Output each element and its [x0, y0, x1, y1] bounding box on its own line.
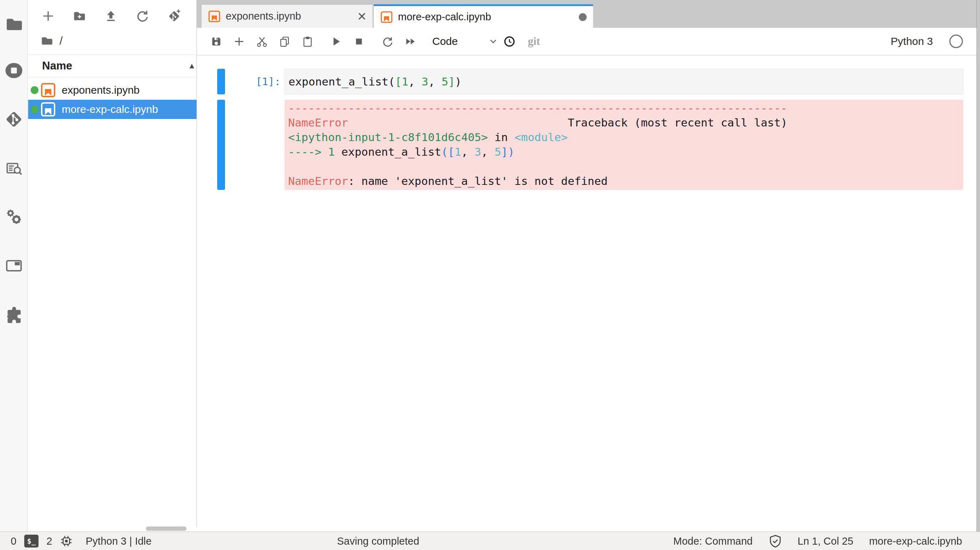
copy-icon	[279, 36, 291, 48]
interrupt-kernel-button[interactable]	[352, 35, 365, 48]
status-message: Saving completed	[337, 532, 419, 550]
notebook-file-icon	[208, 10, 221, 23]
git-plus-icon	[166, 8, 181, 24]
file-name[interactable]: more-exp-calc.ipynb	[62, 103, 158, 116]
sidebar-item-open-tabs[interactable]	[4, 256, 24, 276]
status-right-group: Mode: Command Ln 1, Col 25 more-exp-calc…	[673, 532, 962, 550]
paste-cells-button[interactable]	[301, 35, 314, 48]
tab-exponents[interactable]: exponents.ipynb ×	[201, 4, 373, 28]
file-row-exponents[interactable]: exponents.ipynb	[28, 81, 197, 100]
cut-cells-button[interactable]	[255, 35, 268, 48]
sidebar-item-file-browser[interactable]	[4, 14, 24, 34]
jupyterlab-window: / Name ▲ exponents.ipynb more-exp-calc.i…	[0, 0, 980, 550]
breadcrumb[interactable]: /	[28, 33, 63, 49]
new-folder-button[interactable]	[72, 8, 88, 24]
horizontal-scrollbar-thumb[interactable]	[146, 526, 186, 531]
cell-type-dropdown[interactable]: Code	[432, 35, 498, 48]
new-folder-icon	[72, 8, 87, 24]
cursor-position-text[interactable]: Ln 1, Col 25	[798, 536, 853, 547]
file-browser-toolbar	[28, 0, 197, 32]
notebook-content: [1]: exponent_a_list([1, 3, 5]) --------…	[197, 55, 977, 527]
status-bar: 0 $_ 2 Python 3 | Idle Saving completed …	[0, 531, 980, 550]
kernel-status-icon[interactable]	[949, 35, 963, 48]
play-icon	[330, 36, 342, 48]
terminals-count[interactable]: 0	[11, 536, 16, 547]
plus-icon	[233, 36, 245, 48]
saving-status-text: Saving completed	[337, 536, 419, 547]
git-toolbar-label[interactable]: git	[528, 35, 540, 48]
activity-bar	[0, 0, 28, 531]
tab-bar: exponents.ipynb × more-exp-calc.ipynb	[197, 0, 977, 28]
window-icon	[5, 257, 23, 275]
refresh-file-list-button[interactable]	[134, 8, 150, 24]
code-cell-editor[interactable]: exponent_a_list([1, 3, 5])	[285, 69, 963, 94]
window-scrollbar-track[interactable]	[977, 0, 980, 531]
traceback-line: NameError: name 'exponent_a_list' is not…	[288, 174, 963, 189]
notebook-mode-text[interactable]: Mode: Command	[673, 536, 752, 547]
active-filename-text[interactable]: more-exp-calc.ipynb	[869, 536, 962, 547]
traceback-line	[288, 159, 963, 174]
sort-ascending-icon: ▲	[188, 61, 196, 71]
output-collapser[interactable]	[217, 100, 225, 190]
notebook-toolbar: Code git Python 3	[197, 28, 977, 55]
execution-count-prompt: [1]:	[224, 69, 281, 94]
kernel-chip-icon[interactable]	[60, 535, 73, 547]
sidebar-item-command-palette[interactable]	[4, 158, 24, 178]
fast-forward-icon	[404, 36, 416, 48]
git-init-button[interactable]	[166, 8, 181, 24]
tab-label[interactable]: exponents.ipynb	[226, 10, 301, 22]
tab-more-exp-calc[interactable]: more-exp-calc.ipynb	[374, 4, 593, 28]
copy-cells-button[interactable]	[278, 35, 291, 48]
sidebar-item-running-sessions[interactable]	[4, 60, 24, 81]
run-cell-button[interactable]	[329, 35, 342, 48]
upload-button[interactable]	[103, 8, 119, 24]
name-column-header[interactable]: Name	[42, 60, 72, 72]
main-dock-panel: exponents.ipynb × more-exp-calc.ipynb	[197, 0, 977, 527]
notebook-file-icon	[40, 82, 56, 98]
status-left-group: 0 $_ 2 Python 3 | Idle	[11, 532, 151, 550]
sidebar-item-git[interactable]	[4, 109, 24, 129]
traceback-line: NameError Traceback (most recent call la…	[288, 116, 963, 130]
paste-icon	[302, 36, 313, 48]
save-button[interactable]	[210, 35, 223, 48]
file-row-more-exp-calc[interactable]: more-exp-calc.ipynb	[28, 100, 197, 119]
puzzle-icon	[5, 305, 23, 324]
new-launcher-button[interactable]	[40, 8, 56, 24]
breadcrumb-root[interactable]: /	[60, 35, 63, 48]
code-line: exponent_a_list([1, 3, 5])	[285, 75, 461, 88]
traceback-line: ----> 1 exponent_a_list([1, 3, 5])	[288, 144, 963, 159]
folder-icon	[5, 15, 23, 33]
traceback-line: ----------------------------------------…	[288, 101, 963, 116]
git-icon	[5, 110, 23, 128]
file-name[interactable]: exponents.ipynb	[62, 84, 140, 96]
plus-icon	[41, 8, 56, 24]
insert-cell-button[interactable]	[232, 35, 245, 48]
close-icon[interactable]: ×	[357, 9, 366, 24]
unsaved-changes-dot[interactable]	[579, 13, 587, 21]
terminal-icon[interactable]: $_	[24, 535, 38, 547]
notebook-file-icon	[380, 11, 393, 24]
tab-label[interactable]: more-exp-calc.ipynb	[398, 11, 491, 23]
sidebar-item-property-inspector[interactable]	[4, 207, 24, 227]
shield-check-icon[interactable]	[768, 534, 782, 548]
traceback-line: <ipython-input-1-c8f101d6c405> in <modul…	[288, 130, 963, 144]
restart-run-all-button[interactable]	[404, 35, 417, 48]
gears-icon	[5, 208, 23, 226]
stop-icon	[353, 36, 365, 48]
sidebar-item-extension-manager[interactable]	[4, 304, 24, 325]
restart-kernel-button[interactable]	[381, 35, 394, 48]
cell-timing-button[interactable]	[503, 35, 515, 48]
notebook-file-icon	[40, 101, 56, 117]
kernel-running-dot	[31, 86, 38, 94]
upload-icon	[103, 8, 118, 24]
file-list-header[interactable]: Name ▲	[28, 54, 197, 77]
kernel-status-text[interactable]: Python 3 | Idle	[86, 536, 151, 547]
folder-icon	[40, 34, 54, 48]
kernel-running-dot	[31, 105, 38, 113]
restart-icon	[382, 36, 393, 48]
kernels-count[interactable]: 2	[46, 536, 52, 547]
kernel-name[interactable]: Python 3	[891, 35, 933, 48]
chevron-down-icon	[488, 36, 498, 47]
clock-icon	[504, 36, 515, 48]
cell-type-value: Code	[432, 35, 458, 48]
